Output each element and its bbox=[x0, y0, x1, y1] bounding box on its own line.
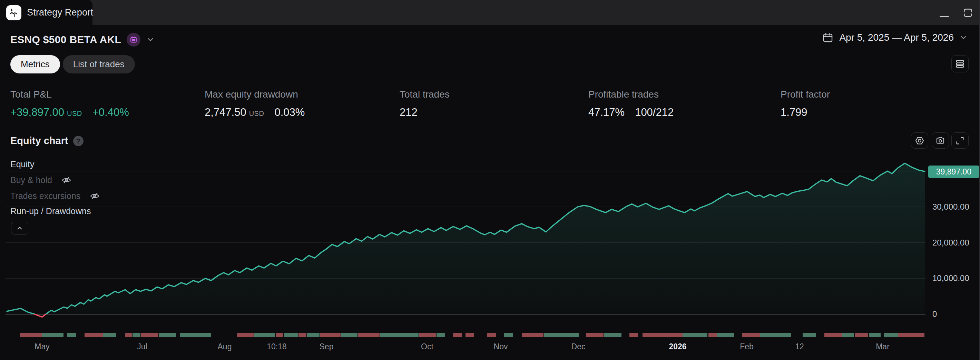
equity-chart-title: Equity chart bbox=[10, 135, 68, 147]
chart-fullscreen-button[interactable] bbox=[951, 132, 969, 149]
x-axis-label: 2026 bbox=[669, 342, 686, 351]
date-range-picker[interactable]: Apr 5, 2025 — Apr 5, 2026 bbox=[822, 32, 967, 43]
y-axis-label: 20,000.00 bbox=[932, 238, 969, 247]
x-axis-label: 10:18 bbox=[267, 342, 287, 351]
last-value-badge: 39,897.00 bbox=[928, 165, 979, 178]
x-axis-label: Nov bbox=[494, 342, 508, 351]
eye-off-icon[interactable] bbox=[89, 191, 100, 201]
strategy-name: ESNQ $500 BETA AKL bbox=[10, 34, 121, 46]
minimize-button[interactable] bbox=[940, 16, 949, 17]
x-axis-label: May bbox=[35, 342, 49, 351]
stat-label: Total P&L bbox=[10, 89, 129, 100]
legend-label: Run-up / Drawdowns bbox=[10, 206, 91, 216]
chevron-up-icon bbox=[16, 225, 24, 232]
legend-equity[interactable]: Equity bbox=[10, 159, 34, 169]
stat-profit-factor: Profit factor 1.799 bbox=[781, 89, 830, 119]
strategy-calendar-badge-icon[interactable] bbox=[127, 33, 140, 46]
stat-unit: USD bbox=[67, 109, 82, 117]
chart-settings-button[interactable] bbox=[911, 132, 928, 149]
help-icon[interactable]: ? bbox=[73, 136, 84, 146]
legend-label: Trades excursions bbox=[10, 191, 80, 201]
legend-runup-drawdowns[interactable]: Run-up / Drawdowns bbox=[10, 206, 91, 216]
stat-max-drawdown: Max equity drawdown 2,747.50USD0.03% bbox=[205, 89, 305, 119]
fullscreen-icon bbox=[955, 135, 965, 146]
camera-icon bbox=[935, 135, 945, 146]
stat-total-trades: Total trades 212 bbox=[399, 89, 450, 119]
date-chevron-down-icon bbox=[959, 33, 967, 42]
gear-icon bbox=[915, 135, 925, 146]
x-axis-label: Feb bbox=[740, 342, 754, 351]
stat-label: Max equity drawdown bbox=[205, 89, 305, 100]
stat-label: Profitable trades bbox=[589, 89, 674, 100]
stat-profitable-trades: Profitable trades 47.17%100/212 bbox=[589, 89, 674, 119]
stat-value: 212 bbox=[399, 106, 418, 119]
tab-strategy-report[interactable]: Strategy Report bbox=[0, 0, 92, 25]
x-axis-label: Aug bbox=[218, 342, 232, 351]
tab-metrics[interactable]: Metrics bbox=[10, 55, 60, 73]
x-axis-label: Dec bbox=[571, 342, 585, 351]
y-axis-label: 10,000.00 bbox=[932, 273, 969, 283]
stat-value: +39,897.00 bbox=[10, 106, 64, 119]
legend-trades-excursions[interactable]: Trades excursions bbox=[10, 191, 100, 201]
stat-value: 1.799 bbox=[781, 106, 807, 119]
date-range-text: Apr 5, 2025 — Apr 5, 2026 bbox=[839, 32, 954, 43]
stat-extra: 0.03% bbox=[274, 106, 305, 119]
maximize-button[interactable] bbox=[962, 7, 974, 19]
eye-off-icon[interactable] bbox=[61, 175, 72, 186]
stat-value: 47.17% bbox=[589, 106, 625, 119]
layout-rows-button[interactable] bbox=[951, 55, 969, 72]
stat-extra: +0.40% bbox=[92, 106, 129, 119]
x-axis-label: 12 bbox=[795, 342, 804, 351]
strategy-report-window: Strategy Report ESNQ $500 BETA AKL Apr 5… bbox=[0, 0, 980, 360]
stat-label: Profit factor bbox=[781, 89, 830, 100]
equity-chart-canvas[interactable] bbox=[0, 0, 980, 360]
x-axis-label: Mar bbox=[876, 342, 889, 351]
stat-total-pnl: Total P&L +39,897.00USD+0.40% bbox=[10, 89, 129, 119]
chart-snapshot-button[interactable] bbox=[932, 132, 949, 149]
collapse-legend-button[interactable] bbox=[11, 222, 28, 235]
window-titlebar bbox=[0, 0, 980, 25]
x-axis-label: Sep bbox=[320, 342, 334, 351]
strategy-chevron-down-icon[interactable] bbox=[146, 35, 155, 44]
y-axis-label: 30,000.00 bbox=[932, 202, 969, 212]
legend-label: Buy & hold bbox=[10, 175, 52, 185]
stat-extra: 100/212 bbox=[635, 106, 674, 119]
strategy-report-icon bbox=[6, 5, 21, 21]
x-axis-label: Oct bbox=[421, 342, 433, 351]
y-axis-label: 0 bbox=[932, 309, 937, 319]
x-axis-label: Jul bbox=[137, 342, 147, 351]
stat-value: 2,747.50 bbox=[205, 106, 247, 119]
calendar-icon bbox=[822, 32, 834, 43]
legend-buy-hold[interactable]: Buy & hold bbox=[10, 175, 72, 186]
rows-icon bbox=[955, 58, 965, 69]
stat-unit: USD bbox=[249, 109, 264, 117]
stat-label: Total trades bbox=[399, 89, 450, 100]
legend-label: Equity bbox=[10, 159, 34, 169]
tab-title: Strategy Report bbox=[27, 7, 93, 18]
tab-list-of-trades[interactable]: List of trades bbox=[63, 55, 135, 73]
